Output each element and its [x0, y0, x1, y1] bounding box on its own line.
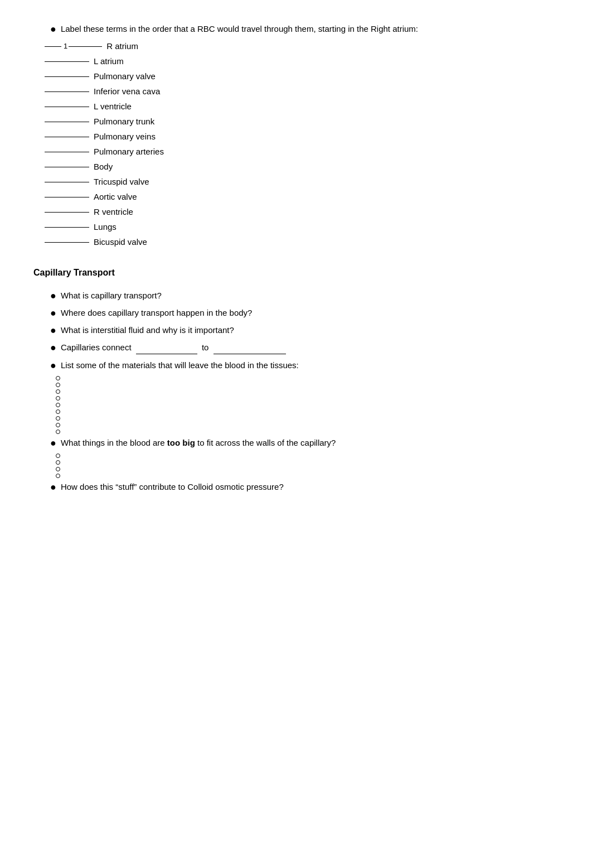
capillary-bullet-1: ● What is capillary transport? [50, 289, 559, 303]
blank-7 [45, 137, 89, 137]
circle-bullet [56, 416, 60, 421]
circle-bullet [56, 389, 60, 394]
capillary-bullet-6: ● What things in the blood are too big t… [50, 436, 559, 450]
intro-bullet-item: ● Label these terms in the order that a … [50, 22, 559, 36]
fill-row-5: L ventricle [45, 100, 559, 113]
label-pulmonary-trunk: Pulmonary trunk [94, 115, 154, 128]
capillary-bullet-4: ● Capillaries connect to [50, 341, 559, 355]
capillary-text-3: What is interstitial fluid and why is it… [61, 324, 234, 337]
label-pulmonary-arteries: Pulmonary arteries [94, 145, 164, 158]
bold-too-big: too big [167, 438, 195, 447]
circle-bullet [56, 474, 60, 478]
circle-bullet [56, 454, 60, 458]
fill-row-6: Pulmonary trunk [45, 115, 559, 128]
capillary-text-1: What is capillary transport? [61, 289, 162, 302]
blank-8 [45, 152, 89, 152]
blank-3 [45, 76, 89, 77]
label-inferior-vena-cava: Inferior vena cava [94, 85, 160, 98]
sub-item-2 [56, 383, 559, 387]
section-title-capillary: Capillary Transport [33, 266, 559, 280]
blank-14 [45, 242, 89, 243]
label-r-ventricle: R ventricle [94, 205, 133, 219]
circle-bullet [56, 423, 60, 427]
blank-12 [45, 212, 89, 213]
blank-after-1 [69, 46, 102, 47]
circle-bullet [56, 403, 60, 407]
fill-row-14: Bicuspid valve [45, 235, 559, 249]
sub-big-item-3 [56, 467, 559, 471]
fill-row-10: Tricuspid valve [45, 175, 559, 189]
sub-item-8 [56, 423, 559, 427]
label-r-atrium: R atrium [106, 40, 138, 53]
bullet-dot: ● [50, 22, 56, 36]
capillary-bullet-3: ● What is interstitial fluid and why is … [50, 324, 559, 337]
fill-in-list: 1 R atrium L atrium Pulmonary valve Infe… [45, 40, 559, 249]
blank-connect-from [136, 354, 197, 354]
capillary-text-6: What things in the blood are too big to … [61, 436, 336, 450]
blank-prefix-1 [45, 46, 61, 47]
label-bicuspid-valve: Bicuspid valve [94, 235, 147, 249]
bullet-dot: ● [50, 480, 56, 494]
label-pulmonary-veins: Pulmonary veins [94, 130, 156, 143]
fill-row-2: L atrium [45, 55, 559, 68]
sub-big-item-4 [56, 474, 559, 478]
label-l-atrium: L atrium [94, 55, 124, 68]
sub-list-materials [56, 376, 559, 434]
sub-item-1 [56, 376, 559, 380]
label-lungs: Lungs [94, 220, 117, 234]
capillary-bullet-5: ● List some of the materials that will l… [50, 359, 559, 373]
blank-2 [45, 61, 89, 62]
bullet-dot: ● [50, 436, 56, 450]
circle-bullet [56, 460, 60, 465]
capillary-bullet-list: ● What is capillary transport? ● Where d… [50, 289, 559, 373]
bullet-dot: ● [50, 289, 56, 303]
fill-row-3: Pulmonary valve [45, 70, 559, 83]
bullet-dot: ● [50, 306, 56, 320]
sub-big-item-1 [56, 454, 559, 458]
fill-row-1: 1 R atrium [45, 40, 559, 53]
circle-bullet [56, 430, 60, 434]
bullet-dot: ● [50, 359, 56, 373]
sub-item-7 [56, 416, 559, 421]
fill-row-7: Pulmonary veins [45, 130, 559, 143]
fill-row-11: Aortic valve [45, 190, 559, 204]
label-tricuspid-valve: Tricuspid valve [94, 175, 149, 189]
label-pulmonary-valve: Pulmonary valve [94, 70, 156, 83]
capillary-bullet-7: ● How does this “stuff” contribute to Co… [50, 480, 559, 494]
blank-10 [45, 182, 89, 182]
fill-row-4: Inferior vena cava [45, 85, 559, 98]
intro-bullet-text: Label these terms in the order that a RB… [61, 22, 418, 36]
sub-item-3 [56, 389, 559, 394]
label-aortic-valve: Aortic valve [94, 190, 137, 204]
fill-row-8: Pulmonary arteries [45, 145, 559, 158]
fill-row-9: Body [45, 160, 559, 173]
blank-5 [45, 107, 89, 107]
blank-4 [45, 91, 89, 92]
sub-item-9 [56, 430, 559, 434]
blank-connect-to [213, 354, 286, 354]
sub-item-6 [56, 409, 559, 414]
capillary-bullet-list-2: ● What things in the blood are too big t… [50, 436, 559, 450]
fill-row-13: Lungs [45, 220, 559, 234]
sub-list-too-big [56, 454, 559, 478]
sub-item-4 [56, 396, 559, 401]
capillary-text-4: Capillaries connect to [61, 341, 288, 354]
sub-big-item-2 [56, 460, 559, 465]
circle-bullet [56, 409, 60, 414]
capillary-bullet-list-3: ● How does this “stuff” contribute to Co… [50, 480, 559, 494]
bullet-dot: ● [50, 341, 56, 355]
blank-6 [45, 122, 89, 122]
circle-bullet [56, 467, 60, 471]
capillary-text-5: List some of the materials that will lea… [61, 359, 299, 372]
capillary-text-7: How does this “stuff” contribute to Coll… [61, 480, 284, 494]
circle-bullet [56, 396, 60, 401]
capillary-bullet-2: ● Where does capillary transport happen … [50, 306, 559, 320]
label-l-ventricle: L ventricle [94, 100, 132, 113]
circle-bullet [56, 383, 60, 387]
fill-row-12: R ventricle [45, 205, 559, 219]
label-body: Body [94, 160, 113, 173]
blank-11 [45, 197, 89, 197]
sub-item-5 [56, 403, 559, 407]
circle-bullet [56, 376, 60, 380]
bullet-dot: ● [50, 324, 56, 337]
